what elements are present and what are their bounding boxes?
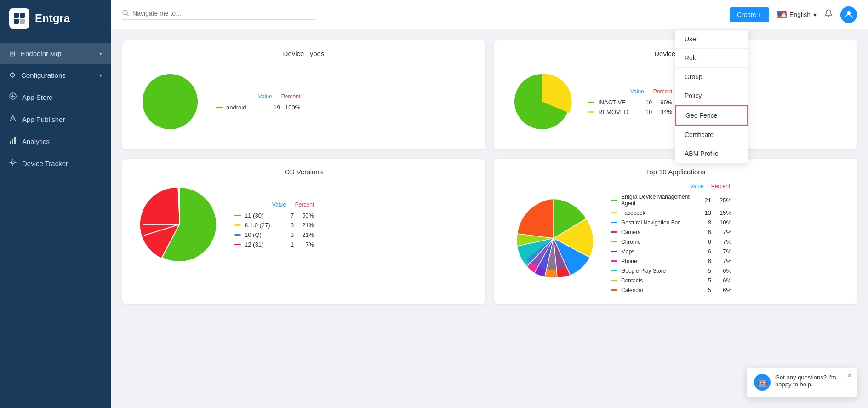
- sidebar-item-configurations[interactable]: ⚙ Configurations ▾: [0, 64, 111, 86]
- dropdown-item-geo-fence[interactable]: Geo Fence: [675, 105, 748, 126]
- sidebar-item-label: Endpoint Mgt: [21, 50, 61, 57]
- create-dropdown-menu: User Role Group Policy Geo Fence Certifi…: [675, 29, 748, 163]
- sidebar-logo: Entgra: [0, 0, 111, 37]
- header-right: Create + 🇺🇸 English ▾: [730, 6, 857, 23]
- svg-rect-2: [14, 19, 19, 24]
- value-header: Value: [258, 93, 272, 100]
- legend-row: 8.1.0 (27) 3 21%: [234, 220, 314, 230]
- legend-row: Camera 6 7%: [611, 227, 731, 237]
- sidebar-item-label: App Publisher: [22, 115, 65, 123]
- svg-rect-0: [14, 13, 19, 18]
- legend-row: Facebook 13 15%: [611, 208, 731, 218]
- sidebar-item-label: Device Tracker: [22, 160, 68, 167]
- sidebar-item-endpoint-mgt[interactable]: ⊞ Endpoint Mgt ▾: [0, 43, 111, 64]
- sidebar-item-label: Configurations: [21, 71, 66, 79]
- search-input[interactable]: [132, 10, 315, 17]
- sidebar: Entgra ⊞ Endpoint Mgt ▾ ⚙ Configurations…: [0, 0, 111, 408]
- legend-row: 11 (30) 7 50%: [234, 211, 314, 220]
- chatbot-message: Got any questions? I'm happy to help.: [775, 374, 836, 388]
- os-versions-chart: [133, 183, 225, 268]
- flag-icon: 🇺🇸: [777, 10, 787, 20]
- sidebar-item-label: App Store: [22, 93, 53, 101]
- device-tracker-icon: [9, 159, 17, 168]
- sidebar-item-label: Analytics: [22, 138, 50, 145]
- sidebar-item-app-store[interactable]: App Store: [0, 86, 111, 108]
- top-applications-chart: [505, 192, 602, 286]
- os-versions-card: OS Versions: [122, 159, 485, 304]
- legend-row: INACTIVE 19 66%: [588, 98, 672, 107]
- svg-point-11: [143, 74, 198, 129]
- dashboard-content: Device Types Value Percent android: [111, 29, 868, 408]
- analytics-icon: [9, 137, 17, 146]
- chevron-down-icon: ▾: [99, 72, 102, 79]
- legend-row: 12 (31) 1 7%: [234, 240, 314, 249]
- percent-header: Percent: [281, 93, 300, 100]
- device-types-chart: [133, 65, 207, 140]
- dropdown-item-user[interactable]: User: [675, 30, 748, 49]
- legend-row: Gestural Navigation Bar 8 10%: [611, 218, 731, 227]
- legend-row: Calendar 5 6%: [611, 285, 731, 295]
- language-selector[interactable]: 🇺🇸 English ▾: [777, 10, 817, 20]
- header: Create + 🇺🇸 English ▾: [111, 0, 868, 29]
- dropdown-item-certificate[interactable]: Certificate: [675, 126, 748, 144]
- svg-rect-7: [14, 137, 16, 144]
- user-avatar[interactable]: [840, 6, 857, 23]
- legend-row: Chrome 6 7%: [611, 237, 731, 247]
- sidebar-item-device-tracker[interactable]: Device Tracker: [0, 152, 111, 174]
- chatbot-avatar: 🤖: [754, 374, 771, 391]
- dropdown-item-policy[interactable]: Policy: [675, 86, 748, 105]
- svg-point-8: [11, 161, 14, 164]
- sidebar-item-analytics[interactable]: Analytics: [0, 130, 111, 152]
- legend-row: Google Play Store 5 6%: [611, 266, 731, 276]
- search-icon: [122, 10, 129, 17]
- svg-rect-1: [20, 13, 25, 18]
- sidebar-navigation: ⊞ Endpoint Mgt ▾ ⚙ Configurations ▾ App …: [0, 37, 111, 180]
- dropdown-item-role[interactable]: Role: [675, 49, 748, 68]
- os-versions-title: OS Versions: [133, 168, 474, 176]
- top-applications-card: Top 10 Applications: [494, 159, 857, 304]
- legend-row: Phone 6 7%: [611, 256, 731, 266]
- svg-rect-5: [10, 141, 11, 144]
- create-button[interactable]: Create +: [730, 7, 769, 22]
- endpoint-mgt-icon: ⊞: [9, 49, 15, 58]
- language-label: English: [789, 11, 811, 18]
- legend-row: android 19 100%: [216, 103, 300, 112]
- main-area: Create + 🇺🇸 English ▾ User Role Group Po…: [111, 0, 868, 408]
- configurations-icon: ⚙: [9, 71, 16, 80]
- dropdown-item-group[interactable]: Group: [675, 68, 748, 86]
- sidebar-item-app-publisher[interactable]: App Publisher: [0, 108, 111, 130]
- legend-row: Entgra Device Management Agent 21 25%: [611, 192, 731, 208]
- chatbot-widget: 🤖 Got any questions? I'm happy to help. …: [747, 368, 857, 397]
- top-applications-title: Top 10 Applications: [505, 168, 846, 176]
- svg-rect-3: [20, 19, 25, 24]
- search-container[interactable]: [122, 10, 315, 20]
- legend-row: Contacts 5 6%: [611, 276, 731, 285]
- app-publisher-icon: [9, 115, 17, 124]
- svg-rect-6: [12, 139, 13, 144]
- notification-bell-icon[interactable]: [824, 9, 833, 20]
- logo-icon: [9, 8, 29, 29]
- legend-row: 10 (Q) 3 21%: [234, 230, 314, 240]
- chatbot-close-button[interactable]: ✕: [846, 371, 852, 380]
- logo-text: Entgra: [35, 12, 70, 25]
- dropdown-item-abm-profile[interactable]: ABM Profile: [675, 144, 748, 163]
- device-types-title: Device Types: [133, 50, 474, 57]
- chevron-down-icon: ▾: [99, 51, 102, 57]
- device-status-chart: [505, 65, 579, 140]
- device-types-card: Device Types Value Percent android: [122, 40, 485, 149]
- chevron-down-icon: ▾: [813, 11, 817, 18]
- legend-row: Maps 6 7%: [611, 247, 731, 256]
- legend-row: REMOVED 10 34%: [588, 107, 672, 117]
- app-store-icon: [9, 92, 17, 102]
